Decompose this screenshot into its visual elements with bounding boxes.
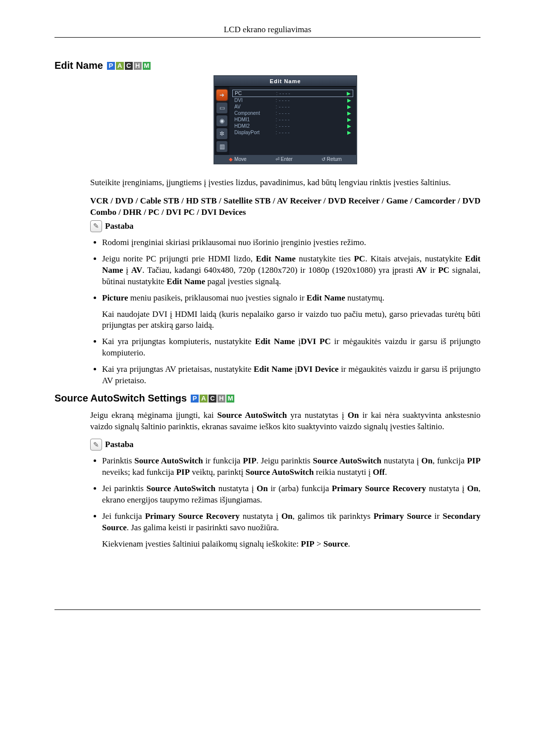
badge-h-icon: H (134, 62, 142, 70)
arrow-right-icon: ▶ (347, 123, 351, 129)
osd-list: PC : - - - - ▶ DVI:- - - -▶ AV:- - - -▶ … (229, 87, 356, 155)
footer-rule (54, 609, 481, 610)
arrow-right-icon: ▶ (347, 110, 351, 116)
mode-badges: P A C H M (191, 395, 234, 403)
arrow-right-icon: ▶ (347, 117, 351, 122)
badge-a-icon: A (200, 395, 208, 403)
osd-row-label: PC (235, 91, 274, 96)
osd-icon-picture: ▭ (216, 102, 227, 113)
badge-h-icon: H (217, 395, 225, 403)
badge-m-icon: M (143, 62, 151, 70)
section-edit-name-heading: Edit Name P A C H M (54, 60, 481, 71)
section-edit-name-content: Edit Name ➜ ▭ ◉ ✲ ▥ PC : - - - - ▶ DVI:-… (90, 75, 481, 387)
section-title: Edit Name (54, 60, 103, 71)
badge-p-icon: P (191, 395, 199, 403)
arrow-right-icon: ▶ (347, 130, 351, 135)
osd-row[interactable]: HDMI2:- - - -▶ (232, 123, 353, 129)
note: ✎ Pastaba (90, 439, 481, 451)
badge-c-icon: C (209, 395, 216, 403)
note-icon: ✎ (90, 220, 102, 232)
osd-row[interactable]: Component:- - - -▶ (232, 110, 353, 116)
bullet-item: Kai yra prijungtas kompiuteris, nustatyk… (102, 336, 481, 359)
bullet-item: Jeigu norite PC prijungti prie HDMI lizd… (102, 253, 481, 288)
arrow-right-icon: ▶ (347, 91, 351, 96)
intro-paragraph: Suteikite įrenginiams, įjungtiems į įves… (90, 177, 481, 189)
osd-hint-move: ◆Move (229, 156, 246, 162)
osd-panel: Edit Name ➜ ▭ ◉ ✲ ▥ PC : - - - - ▶ DVI:-… (214, 75, 357, 164)
note-icon: ✎ (90, 439, 102, 451)
section-autoswitch-heading: Source AutoSwitch Settings P A C H M (54, 393, 481, 404)
badge-c-icon: C (125, 62, 133, 70)
osd-row[interactable]: DVI:- - - -▶ (232, 97, 353, 103)
section-title: Source AutoSwitch Settings (54, 393, 187, 404)
badge-p-icon: P (107, 62, 115, 70)
osd-hint-enter: ⏎Enter (275, 156, 293, 162)
arrow-right-icon: ▶ (347, 104, 351, 109)
bullet-item: Kai yra prijungtas AV prietaisas, nustat… (102, 364, 481, 387)
bullet-list: Rodomi įrenginiai skiriasi priklausomai … (90, 237, 481, 387)
osd-icon-input: ➜ (216, 90, 227, 101)
bullet-item: Jei funkcija Primary Source Recovery nus… (102, 511, 481, 550)
osd-hint-return: ↺Return (321, 156, 342, 162)
osd-footer: ◆Move ⏎Enter ↺Return (214, 155, 356, 163)
sub-paragraph: Kiekvienam įvesties šaltiniui palaikomų … (102, 539, 481, 550)
mode-badges: P A C H M (107, 62, 151, 70)
sub-paragraph: Kai naudojate DVI į HDMI laidą (kuris ne… (102, 309, 481, 332)
osd-row-value: - - - - (279, 91, 347, 96)
badge-m-icon: M (226, 395, 234, 403)
badge-a-icon: A (116, 62, 124, 70)
bullet-item: Jei parinktis Source AutoSwitch nustatyt… (102, 483, 481, 506)
osd-row[interactable]: HDMI1:- - - -▶ (232, 116, 353, 123)
section-autoswitch-content: Jeigu ekraną mėginama įjungti, kai Sourc… (90, 410, 481, 550)
arrow-right-icon: ▶ (347, 98, 351, 103)
osd-icon-setup: ✲ (216, 128, 227, 139)
osd-sidebar: ➜ ▭ ◉ ✲ ▥ (214, 87, 229, 155)
osd-title: Edit Name (214, 76, 356, 87)
intro-paragraph: Jeigu ekraną mėginama įjungti, kai Sourc… (90, 410, 481, 433)
note-label: Pastaba (105, 440, 134, 450)
bullet-item: Rodomi įrenginiai skiriasi priklausomai … (102, 237, 481, 249)
osd-row[interactable]: PC : - - - - ▶ (232, 90, 353, 97)
bullet-item: Picture meniu pasikeis, priklausomai nuo… (102, 293, 481, 332)
osd-icon-multi: ▥ (216, 141, 227, 152)
bullet-item: Parinktis Source AutoSwitch ir funkcija … (102, 455, 481, 478)
note-label: Pastaba (105, 221, 134, 231)
osd-row[interactable]: AV:- - - -▶ (232, 103, 353, 110)
osd-icon-sound: ◉ (216, 115, 227, 126)
bullet-list: Parinktis Source AutoSwitch ir funkcija … (90, 455, 481, 550)
options-list: VCR / DVD / Cable STB / HD STB / Satelli… (90, 196, 481, 218)
osd-row[interactable]: DisplayPort:- - - -▶ (232, 129, 353, 136)
page-header: LCD ekrano reguliavimas (54, 25, 481, 38)
note: ✎ Pastaba (90, 220, 481, 232)
